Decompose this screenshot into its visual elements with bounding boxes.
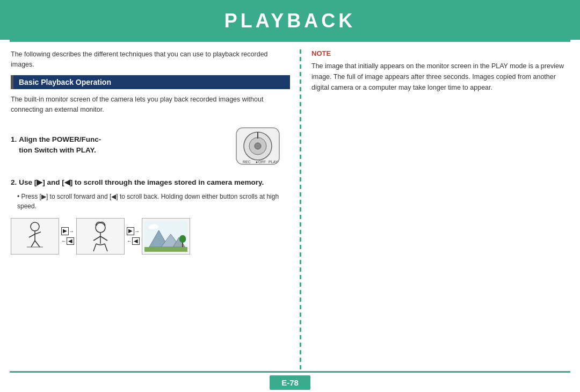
section-title: Basic Playback Operation xyxy=(19,78,111,86)
step-1: 1. Align the POWER/Func-tion Switch with… xyxy=(11,122,290,171)
section-heading: Basic Playback Operation xyxy=(11,75,290,89)
svg-line-12 xyxy=(35,232,41,234)
svg-text:REC: REC xyxy=(243,160,251,164)
step1-content: 1. Align the POWER/Func-tion Switch with… xyxy=(11,122,290,171)
images-row: ▶ → ← ◀ xyxy=(11,218,290,255)
arrow-block-2: ▶ → ← ◀ xyxy=(127,227,140,245)
svg-point-3 xyxy=(255,143,261,149)
svg-text:OFF: OFF xyxy=(258,160,266,164)
step1-text: 1. Align the POWER/Func-tion Switch with… xyxy=(11,134,220,159)
svg-point-28 xyxy=(179,235,186,242)
step2-header: 2. Use [▶] and [◀] to scroll through the… xyxy=(11,177,290,188)
forward-bracket: ▶ xyxy=(61,227,69,235)
back-bracket-2: ◀ xyxy=(132,237,140,245)
back-arrow-2: ← xyxy=(127,238,132,244)
svg-point-26 xyxy=(148,226,155,229)
step1-number: 1. xyxy=(11,134,17,145)
intro-text: The following describes the different te… xyxy=(11,49,290,70)
landscape-image xyxy=(144,220,187,252)
step2-number: 2. xyxy=(11,177,17,188)
woman-image xyxy=(82,220,119,252)
main-content: The following describes the different te… xyxy=(0,42,580,369)
image-box-2 xyxy=(76,218,125,255)
step2-label: Use [▶] and [◀] to scroll through the im… xyxy=(19,177,264,188)
forward-arrow: → xyxy=(69,229,74,234)
back-arrow: ← xyxy=(61,238,67,244)
step1-header: 1. Align the POWER/Func-tion Switch with… xyxy=(11,134,220,156)
page-number: E-78 xyxy=(270,375,310,390)
step1-label: Align the POWER/Func-tion Switch with PL… xyxy=(19,134,101,156)
column-divider xyxy=(295,49,305,369)
step-2: 2. Use [▶] and [◀] to scroll through the… xyxy=(11,177,290,211)
dial-svg: REC OFF PLAY xyxy=(226,122,290,171)
svg-line-13 xyxy=(31,241,35,247)
arrow-back-1: ← ◀ xyxy=(61,237,74,245)
image-box-3 xyxy=(142,218,190,255)
left-column: The following describes the different te… xyxy=(11,49,295,369)
back-bracket: ◀ xyxy=(67,237,74,245)
divider-dashes xyxy=(300,49,301,369)
forward-bracket-2: ▶ xyxy=(127,227,134,235)
arrow-forward-2: ▶ → xyxy=(127,227,140,235)
svg-text:PLAY: PLAY xyxy=(269,160,278,164)
page-title: PLAYBACK xyxy=(0,10,580,32)
page-header: PLAYBACK xyxy=(0,0,580,40)
note-label: NOTE xyxy=(311,49,569,57)
svg-point-5 xyxy=(256,162,258,163)
svg-point-9 xyxy=(31,222,39,231)
svg-point-16 xyxy=(96,223,105,233)
forward-arrow-2: → xyxy=(134,229,140,234)
svg-line-19 xyxy=(100,236,107,241)
sub-intro-text: The built-in monitor screen of the camer… xyxy=(11,95,290,115)
arrow-back-2: ← ◀ xyxy=(127,237,140,245)
right-column: NOTE The image that initially appears on… xyxy=(305,49,569,369)
person-image-1 xyxy=(16,220,54,252)
svg-rect-24 xyxy=(144,247,187,252)
svg-line-18 xyxy=(93,236,100,241)
dial-illustration: REC OFF PLAY xyxy=(226,122,290,171)
image-box-1 xyxy=(11,218,59,255)
bullet-text: Press [▶] to scroll forward and [◀] to s… xyxy=(11,192,290,212)
footer: E-78 xyxy=(0,373,580,392)
svg-line-11 xyxy=(29,234,35,237)
note-text: The image that initially appears on the … xyxy=(311,61,569,93)
arrow-forward-1: ▶ → xyxy=(61,227,74,235)
svg-line-14 xyxy=(35,241,40,247)
arrow-block-1: ▶ → ← ◀ xyxy=(61,227,74,245)
